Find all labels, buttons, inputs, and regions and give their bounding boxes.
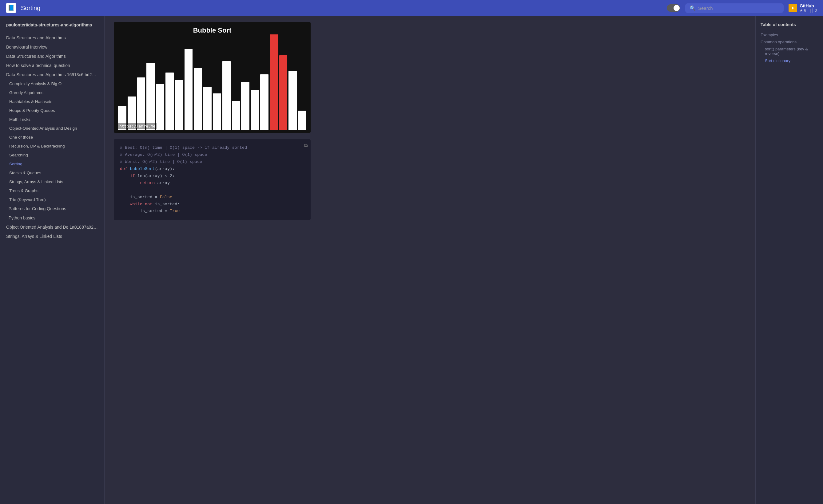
- sidebar-item-15[interactable]: Stacks & Queues: [0, 169, 104, 177]
- bar-3: [146, 63, 155, 130]
- toggle-knob: [674, 5, 680, 11]
- sidebar-item-1[interactable]: Behavioural Interview: [0, 42, 104, 52]
- sidebar-item-17[interactable]: Trees & Graphs: [0, 186, 104, 195]
- bar-17: [279, 55, 288, 130]
- top-navigation: 📘 Sorting 🔍 ✦ GitHub ★ 6 🍴 0: [0, 0, 823, 16]
- github-stars: ★ 6: [800, 8, 806, 13]
- sidebar-item-9[interactable]: Math Tricks: [0, 115, 104, 124]
- code-line-8: while not is_sorted:: [120, 201, 305, 208]
- sidebar-repo-name[interactable]: paulonteri/data-structures-and-algorithm…: [0, 20, 104, 33]
- sidebar-item-21[interactable]: Object Oriented Analysis and De 1a01887a…: [0, 223, 104, 232]
- bar-18: [289, 71, 297, 130]
- app-logo: 📘: [6, 3, 16, 13]
- code-line-9: is_sorted = True: [120, 208, 305, 215]
- bar-10: [213, 93, 221, 130]
- search-input[interactable]: [698, 6, 779, 11]
- bar-13: [241, 82, 250, 130]
- toc-item-2[interactable]: sort() parameters (key & reverse): [761, 45, 818, 57]
- code-line-6: [120, 187, 305, 194]
- copy-icon[interactable]: ⧉: [304, 142, 308, 150]
- sidebar-item-10[interactable]: Object-Oriented Analysis and Design: [0, 124, 104, 133]
- sidebar-item-5[interactable]: Complexity Analysis & Big O: [0, 79, 104, 88]
- logo-icon: 📘: [8, 5, 14, 11]
- sidebar-item-12[interactable]: Recursion, DP & Backtracking: [0, 142, 104, 151]
- sidebar-item-6[interactable]: Greedy Algorithms: [0, 88, 104, 97]
- github-icon: ✦: [789, 4, 797, 12]
- bar-19: [298, 110, 306, 130]
- search-bar[interactable]: 🔍: [685, 3, 784, 13]
- bar-15: [260, 74, 269, 130]
- sidebar-item-11[interactable]: One of those: [0, 133, 104, 142]
- toc-item-3[interactable]: Sort dictionary: [761, 57, 818, 64]
- search-icon: 🔍: [689, 5, 696, 11]
- github-stats: GitHub ★ 6 🍴 0: [800, 3, 817, 13]
- code-line-2: # Worst: O(n^2) time | O(1) space: [120, 159, 305, 166]
- bar-16: [270, 34, 278, 130]
- github-forks: 🍴 0: [809, 8, 817, 13]
- main-layout: paulonteri/data-structures-and-algorithm…: [0, 16, 823, 504]
- bar-6: [175, 80, 183, 130]
- toc-item-0[interactable]: Examples: [761, 31, 818, 38]
- code-line-3: def bubbleSort(array):: [120, 166, 305, 173]
- code-line-4: if len(array) < 2:: [120, 173, 305, 180]
- github-label: GitHub: [800, 3, 817, 8]
- code-line-1: # Average: O(n^2) time | O(1) space: [120, 152, 305, 159]
- code-line-7: is_sorted = False: [120, 194, 305, 201]
- sidebar-item-16[interactable]: Strings, Arrays & Linked Lists: [0, 177, 104, 186]
- sidebar-item-0[interactable]: Data Structures and Algorithms: [0, 33, 104, 42]
- github-section: ✦ GitHub ★ 6 🍴 0: [789, 3, 817, 13]
- bar-7: [184, 49, 193, 130]
- sidebar-item-2[interactable]: Data Structures and Algorithms: [0, 52, 104, 61]
- sidebar: paulonteri/data-structures-and-algorithm…: [0, 16, 105, 504]
- bubble-sort-image: Bubble Sort https://emre.me: [114, 22, 311, 133]
- toc-panel: Table of contents ExamplesCommon operati…: [755, 16, 823, 504]
- bar-4: [156, 84, 164, 130]
- bars-container: [114, 34, 311, 133]
- bar-11: [222, 61, 231, 130]
- bar-2: [137, 77, 146, 130]
- watermark-text: https://emre.me: [118, 123, 157, 129]
- sidebar-item-22[interactable]: Strings, Arrays & Linked Lists: [0, 232, 104, 241]
- page-title: Sorting: [21, 5, 662, 12]
- content-area: Bubble Sort https://emre.me ⧉ # Best: O(…: [105, 16, 755, 504]
- bar-5: [165, 72, 174, 130]
- sidebar-item-4[interactable]: Data Structures and Algorithms 16913c6fb…: [0, 70, 104, 79]
- theme-toggle[interactable]: [667, 4, 680, 12]
- sidebar-item-18[interactable]: Trie (Keyword Tree): [0, 195, 104, 204]
- bar-9: [203, 87, 211, 130]
- sidebar-item-7[interactable]: Hashtables & Hashsets: [0, 97, 104, 106]
- github-counts: ★ 6 🍴 0: [800, 8, 817, 13]
- code-line-0: # Best: O(n) time | O(1) space -> if alr…: [120, 145, 305, 152]
- sidebar-item-8[interactable]: Heaps & Priority Queues: [0, 106, 104, 115]
- bar-12: [232, 101, 240, 130]
- bar-14: [251, 90, 259, 130]
- bar-8: [194, 68, 202, 130]
- sidebar-item-13[interactable]: Searching: [0, 151, 104, 160]
- code-block: ⧉ # Best: O(n) time | O(1) space -> if a…: [114, 139, 311, 220]
- toc-item-1[interactable]: Common operations: [761, 38, 818, 45]
- sidebar-item-3[interactable]: How to solve a technical question: [0, 61, 104, 70]
- toc-title: Table of contents: [761, 22, 818, 27]
- code-line-5: return array: [120, 180, 305, 187]
- sidebar-item-20[interactable]: _Python basics: [0, 213, 104, 223]
- sidebar-item-14[interactable]: Sorting: [0, 160, 104, 169]
- sidebar-item-19[interactable]: _Patterns for Coding Questions: [0, 204, 104, 213]
- bubble-sort-title: Bubble Sort: [114, 22, 311, 34]
